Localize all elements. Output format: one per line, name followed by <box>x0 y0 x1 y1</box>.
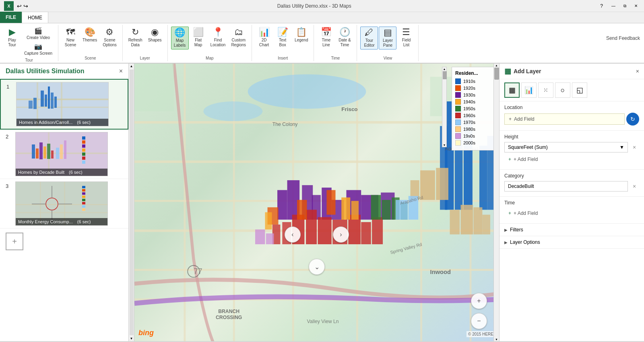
category-field-row: DecadeBuilt × <box>504 181 639 192</box>
legend-scroll-thumb <box>443 71 447 79</box>
scene-item-1[interactable]: 1 Ho <box>0 79 128 130</box>
category-field-value: DecadeBuilt <box>508 183 534 189</box>
insert-group-label: Insert <box>278 56 288 60</box>
custom-regions-button[interactable]: 🗂 CustomRegions <box>229 27 248 49</box>
legend-label-2000s: 2000s <box>463 140 475 145</box>
themes-button[interactable]: 🎨 Themes <box>80 27 99 44</box>
refresh-data-button[interactable]: ↻ RefreshData <box>126 27 145 49</box>
tab-home[interactable]: HOME <box>22 12 48 23</box>
layer-type-region[interactable]: ◱ <box>572 82 587 98</box>
map-labels-button[interactable]: 🌐 MapLabels <box>171 27 189 49</box>
map-scrollbar[interactable]: ▲ ▼ <box>493 64 499 341</box>
time-add-field-button[interactable]: + + Add Field <box>504 208 639 218</box>
svg-rect-18 <box>43 146 46 159</box>
map-scroll-top[interactable]: ▲ <box>494 64 499 67</box>
flat-map-button[interactable]: ⬜ FlatMap <box>190 27 207 49</box>
date-time-button[interactable]: 🕐 Date &Time <box>336 27 353 49</box>
layer-type-scatter[interactable]: ⁙ <box>538 82 553 98</box>
filters-section[interactable]: ▶ Filters <box>500 224 644 236</box>
svg-rect-104 <box>473 207 482 234</box>
scene-options-button[interactable]: ⚙ SceneOptions <box>100 27 119 49</box>
field-list-button[interactable]: ☰ FieldList <box>397 27 415 49</box>
help-button[interactable]: ? <box>600 3 603 9</box>
refresh-data-label: RefreshData <box>128 38 142 47</box>
shapes-button[interactable]: ◉ Shapes <box>146 27 164 44</box>
create-video-button[interactable]: 🎬 Create Video <box>22 27 55 41</box>
play-tour-label: PlayTour <box>8 38 16 47</box>
ribbon-group-tour: ▶ PlayTour 🎬 Create Video 📷 Capture Scre… <box>0 25 58 61</box>
layer-panel-close-button[interactable]: × <box>636 68 639 74</box>
scroll-down-arrow[interactable]: ▼ <box>129 336 134 341</box>
legend-scroll-up[interactable]: ▲ <box>442 67 446 71</box>
height-clear-button[interactable]: × <box>630 142 639 152</box>
location-refresh-button[interactable]: ↻ <box>626 113 639 126</box>
layer-pane-button[interactable]: ▤ LayerPane <box>379 27 396 49</box>
send-feedback-link[interactable]: Send Feedback <box>606 35 640 41</box>
undo-btn[interactable]: ↩ <box>17 3 22 9</box>
location-section: Location + Add Field ↻ <box>500 101 644 131</box>
svg-text:Inwood: Inwood <box>430 269 451 275</box>
svg-rect-72 <box>277 190 287 219</box>
legend-scrollbar[interactable]: ▲ ▼ <box>442 67 447 147</box>
window-title: Dallas Utility Demo.xlsx - 3D Maps <box>28 3 600 9</box>
height-field-dropdown[interactable]: SquareFeet (Sum) ▼ <box>504 142 628 152</box>
map-nav-right[interactable]: › <box>333 227 349 243</box>
time-line-label: TimeLine <box>322 38 331 47</box>
map-area[interactable]: Frisco The Colony Addison Airport Inwood… <box>134 64 499 341</box>
legend-item-1960s: 1960s <box>455 113 492 118</box>
new-scene-button[interactable]: 🗺 NewScene <box>62 27 79 49</box>
capture-screen-button[interactable]: 📷 Capture Screen <box>22 42 55 57</box>
legend-color-1940s <box>455 99 461 105</box>
text-box-button[interactable]: 📝 TextBox <box>274 27 291 49</box>
add-scene-button[interactable]: + <box>6 233 23 250</box>
scene-group-label: Scene <box>85 56 96 60</box>
scene-item-3[interactable]: 3 <box>0 179 128 229</box>
location-add-field-button[interactable]: + Add Field <box>504 113 625 125</box>
map-nav-left[interactable]: ‹ <box>285 227 301 243</box>
minimize-btn[interactable]: — <box>609 2 617 10</box>
add-layer-button[interactable]: ▦ Add Layer <box>504 67 541 76</box>
scene-panel-close-button[interactable]: × <box>119 68 123 75</box>
2d-chart-button[interactable]: 📊 2DChart <box>255 27 273 49</box>
scatter-icon: ⁙ <box>543 87 548 93</box>
map-zoom-in[interactable]: + <box>471 293 487 309</box>
flat-map-icon: ⬜ <box>193 28 204 37</box>
category-clear-button[interactable]: × <box>630 181 639 191</box>
legend-scroll-down[interactable]: ▼ <box>442 143 446 147</box>
play-tour-button[interactable]: ▶ PlayTour <box>3 27 21 49</box>
map-zoom-out[interactable]: − <box>471 313 487 329</box>
legend-color-1990s <box>455 133 461 139</box>
time-line-button[interactable]: 📅 TimeLine <box>317 27 335 49</box>
layer-type-globe[interactable]: ○ <box>555 82 570 98</box>
layer-pane-label: LayerPane <box>383 38 393 48</box>
scene-scrollbar[interactable]: ▲ ▼ <box>129 64 134 341</box>
svg-rect-41 <box>82 186 85 188</box>
legend-button[interactable]: 📋 Legend <box>292 27 310 44</box>
map-nav-down[interactable]: ⌄ <box>309 259 325 275</box>
scroll-up-arrow[interactable]: ▲ <box>129 64 134 69</box>
scene-1-label: Homes in Addison/Carroll... (6 sec) <box>17 119 108 126</box>
layer-type-bar[interactable]: ▦ <box>504 82 520 98</box>
redo-btn[interactable]: ↪ <box>23 3 28 9</box>
svg-rect-9 <box>54 97 57 108</box>
legend-label-1950s: 1950s <box>463 106 475 111</box>
scene-item-2[interactable]: 2 <box>0 130 128 179</box>
close-btn[interactable]: ✕ <box>632 2 640 10</box>
excel-icon: X <box>4 1 14 11</box>
tour-editor-label: TourEditor <box>364 38 374 48</box>
main-content: Dallas Utilities Simulation × 1 <box>0 64 644 341</box>
height-add-field-button[interactable]: + + Add Field <box>504 154 639 165</box>
svg-rect-33 <box>16 212 108 213</box>
layer-options-section[interactable]: ▶ Layer Options <box>500 236 644 249</box>
map-scroll-bottom[interactable]: ▼ <box>494 338 499 341</box>
tab-file[interactable]: FILE <box>0 12 22 23</box>
tour-editor-button[interactable]: 🖊 TourEditor <box>360 27 378 49</box>
add-layer-label: Add Layer <box>514 68 541 74</box>
category-field-dropdown[interactable]: DecadeBuilt <box>504 181 628 192</box>
legend-color-1930s <box>455 92 461 98</box>
restore-btn[interactable]: ⧉ <box>621 2 629 10</box>
layer-type-column[interactable]: 📊 <box>521 82 537 98</box>
ribbon: ▶ PlayTour 🎬 Create Video 📷 Capture Scre… <box>0 23 644 64</box>
find-location-button[interactable]: 📍 FindLocation <box>208 27 228 49</box>
date-time-icon: 🕐 <box>339 28 350 37</box>
